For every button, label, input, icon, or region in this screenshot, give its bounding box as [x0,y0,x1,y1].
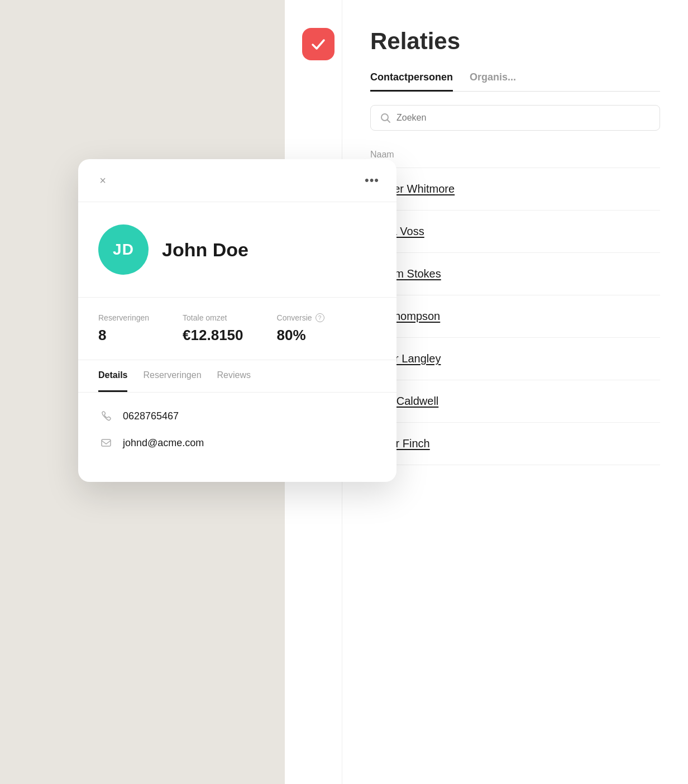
list-item[interactable]: Clara Voss [370,211,660,253]
profile-name: John Doe [162,239,249,261]
search-input[interactable] [396,113,651,123]
modal-details: 0628765467 johnd@acme.com [78,393,396,482]
list-item[interactable]: Nina Caldwell [370,380,660,423]
email-icon [98,435,114,451]
tab-details[interactable]: Details [98,360,127,392]
app-logo [302,28,335,60]
modal-stats: Reserveringen 8 Totale omzet €12.8150 Co… [78,297,396,360]
list-item[interactable]: Miriam Stokes [370,253,660,295]
svg-rect-2 [102,439,111,446]
info-icon[interactable]: ? [316,313,324,322]
avatar: JD [98,224,149,275]
detail-email-row: johnd@acme.com [98,435,376,451]
tab-organisaties[interactable]: Organis... [470,71,516,91]
stat-omzet: Totale omzet €12.8150 [183,313,243,344]
avatar-initials: JD [113,241,134,259]
contacts-list: Naam Jasper Whitmore Clara Voss Miriam S… [370,142,660,784]
logo-icon [309,35,327,53]
stat-label-omzet: Totale omzet [183,313,243,322]
svg-line-1 [388,120,390,123]
stat-reserveringen: Reserveringen 8 [98,313,149,344]
phone-value: 0628765467 [123,410,179,422]
stat-label-conversie: Conversie ? [277,313,324,322]
tab-reviews[interactable]: Reviews [217,360,251,392]
search-bar [370,105,660,131]
close-button[interactable]: × [94,171,112,189]
search-icon [380,112,391,123]
modal-tabs: Details Reserveringen Reviews [78,360,396,393]
stat-value-reserveringen: 8 [98,327,149,344]
more-button[interactable]: ••• [363,171,381,189]
modal-topbar: × ••• [78,159,396,202]
list-header: Naam [370,142,660,168]
list-item[interactable]: Victor Langley [370,338,660,380]
list-item[interactable]: Dr. Thompson [370,295,660,338]
tab-reserveringen[interactable]: Reserveringen [143,360,201,392]
page-title: Relaties [370,28,660,55]
modal-card: × ••• JD John Doe Reserveringen 8 Totale… [78,159,396,482]
stat-label-reserveringen: Reserveringen [98,313,149,322]
modal-profile: JD John Doe [78,202,396,297]
list-item[interactable]: Jasper Whitmore [370,168,660,211]
list-item[interactable]: Oliver Finch [370,423,660,465]
stat-value-omzet: €12.8150 [183,327,243,344]
phone-icon [98,408,114,424]
tabs-row: Contactpersonen Organis... [370,71,660,92]
detail-phone-row: 0628765467 [98,408,376,424]
email-value: johnd@acme.com [123,437,204,449]
stat-conversie: Conversie ? 80% [277,313,324,344]
tab-contactpersonen[interactable]: Contactpersonen [370,71,453,92]
stat-value-conversie: 80% [277,327,324,344]
more-icon: ••• [365,173,379,188]
